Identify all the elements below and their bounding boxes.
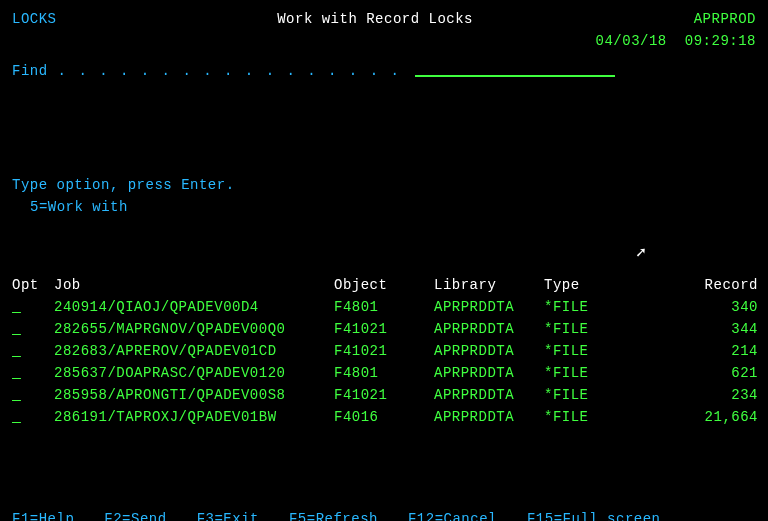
col-library: Library xyxy=(434,274,544,296)
page-title: Work with Record Locks xyxy=(57,8,694,30)
cell-record: 621 xyxy=(644,362,764,384)
opt-input[interactable]: _ xyxy=(12,384,26,406)
table-row: _285958/APRONGTI/QPADEV00S8F41021APRPRDD… xyxy=(12,384,756,406)
screen-id: LOCKS xyxy=(12,8,57,30)
find-section: Find . . . . . . . . . . . . . . . . . xyxy=(12,60,756,82)
cell-type: *FILE xyxy=(544,406,644,428)
col-object: Object xyxy=(334,274,434,296)
cell-record: 344 xyxy=(644,318,764,340)
mouse-cursor-icon: ➚ xyxy=(636,243,646,265)
cell-object: F41021 xyxy=(334,384,434,406)
cell-type: *FILE xyxy=(544,318,644,340)
col-job: Job xyxy=(54,274,334,296)
opt-input[interactable]: _ xyxy=(12,296,26,318)
fkey-f1[interactable]: F1=Help xyxy=(12,508,74,521)
fkey-f3[interactable]: F3=Exit xyxy=(197,508,259,521)
find-dots-icon: . . . . . . . . . . . . . . . . . xyxy=(58,60,401,82)
instructions-line1: Type option, press Enter. xyxy=(12,174,756,196)
fkey-f12[interactable]: F12=Cancel xyxy=(408,508,497,521)
cell-library: APRPRDDTA xyxy=(434,362,544,384)
instructions-line2: 5=Work with xyxy=(12,196,756,218)
fkey-f2[interactable]: F2=Send xyxy=(104,508,166,521)
opt-input[interactable]: _ xyxy=(12,406,26,428)
cell-record: 21,664 xyxy=(644,406,764,428)
cell-job: 282655/MAPRGNOV/QPADEV00Q0 xyxy=(54,318,334,340)
cell-library: APRPRDDTA xyxy=(434,318,544,340)
cell-library: APRPRDDTA xyxy=(434,384,544,406)
fkey-f15[interactable]: F15=Full screen xyxy=(527,508,661,521)
cell-library: APRPRDDTA xyxy=(434,340,544,362)
date: 04/03/18 xyxy=(596,30,667,52)
cell-type: *FILE xyxy=(544,340,644,362)
cell-record: 214 xyxy=(644,340,764,362)
cell-job: 240914/QIAOJ/QPADEV00D4 xyxy=(54,296,334,318)
time: 09:29:18 xyxy=(685,30,756,52)
cell-type: *FILE xyxy=(544,296,644,318)
col-type: Type xyxy=(544,274,644,296)
cell-object: F4016 xyxy=(334,406,434,428)
col-opt: Opt xyxy=(12,274,54,296)
cell-record: 234 xyxy=(644,384,764,406)
cell-job: 286191/TAPROXJ/QPADEV01BW xyxy=(54,406,334,428)
opt-input[interactable]: _ xyxy=(12,340,26,362)
opt-input[interactable]: _ xyxy=(12,362,26,384)
cell-library: APRPRDDTA xyxy=(434,406,544,428)
table-row: _285637/DOAPRASC/QPADEV0120F4801APRPRDDT… xyxy=(12,362,756,384)
table-row: _282683/APREROV/QPADEV01CDF41021APRPRDDT… xyxy=(12,340,756,362)
system-name: APRPROD xyxy=(694,8,756,30)
find-input[interactable] xyxy=(415,59,615,77)
col-record: Record xyxy=(644,274,764,296)
cell-job: 285958/APRONGTI/QPADEV00S8 xyxy=(54,384,334,406)
table-row: _282655/MAPRGNOV/QPADEV00Q0F41021APRPRDD… xyxy=(12,318,756,340)
column-header-row: Opt Job Object Library Type Record xyxy=(12,274,756,296)
cell-object: F41021 xyxy=(334,340,434,362)
cell-type: *FILE xyxy=(544,384,644,406)
cell-type: *FILE xyxy=(544,362,644,384)
cell-object: F4801 xyxy=(334,362,434,384)
cell-library: APRPRDDTA xyxy=(434,296,544,318)
cell-job: 285637/DOAPRASC/QPADEV0120 xyxy=(54,362,334,384)
table-row: _240914/QIAOJ/QPADEV00D4F4801APRPRDDTA*F… xyxy=(12,296,756,318)
cell-job: 282683/APREROV/QPADEV01CD xyxy=(54,340,334,362)
table-row: _286191/TAPROXJ/QPADEV01BWF4016APRPRDDTA… xyxy=(12,406,756,428)
cell-record: 340 xyxy=(644,296,764,318)
opt-input[interactable]: _ xyxy=(12,318,26,340)
fkey-f5[interactable]: F5=Refresh xyxy=(289,508,378,521)
cell-object: F41021 xyxy=(334,318,434,340)
find-label: Find xyxy=(12,60,48,82)
cell-object: F4801 xyxy=(334,296,434,318)
